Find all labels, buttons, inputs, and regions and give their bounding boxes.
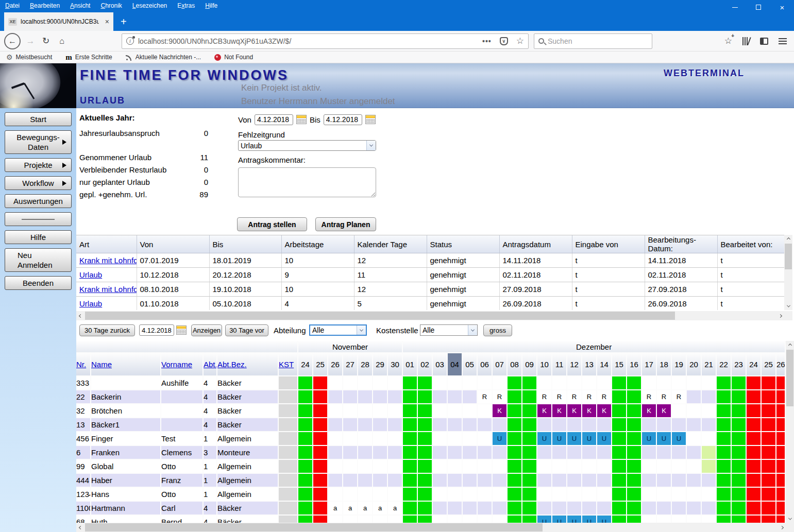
planner-cell-holiday[interactable] (313, 432, 328, 446)
planner-cell[interactable] (448, 446, 463, 460)
planner-cell-holiday[interactable] (313, 460, 328, 474)
planner-cell[interactable] (493, 502, 508, 516)
planner-cell[interactable] (448, 404, 463, 418)
planner-cell-workday-free[interactable] (418, 460, 433, 474)
planner-cell[interactable] (537, 446, 552, 460)
planner-cell[interactable] (433, 404, 448, 418)
planner-cell-holiday[interactable] (747, 404, 762, 418)
planner-cell-holiday[interactable] (747, 516, 762, 523)
sidebar-item-start[interactable]: Start (5, 112, 72, 126)
planner-cell-reise[interactable]: R (478, 390, 493, 404)
planner-cell-workday-free[interactable] (522, 446, 537, 460)
planner-cell-workday-free[interactable] (732, 376, 747, 390)
planner-cell[interactable] (493, 446, 508, 460)
planner-cell[interactable] (597, 488, 612, 502)
planner-cell-workday-free[interactable] (298, 502, 313, 516)
planner-cell-workday-free[interactable] (612, 488, 627, 502)
planner-cell-reise[interactable]: R (567, 390, 582, 404)
planner-cell[interactable] (702, 390, 717, 404)
planner-cell-urlaub[interactable]: U (657, 432, 672, 446)
planner-cell-holiday[interactable] (762, 516, 776, 523)
home-button[interactable]: ⌂ (54, 37, 70, 46)
planner-cell-holiday[interactable] (776, 418, 786, 432)
planner-cell[interactable] (702, 502, 717, 516)
planner-cell[interactable] (328, 516, 343, 523)
planner-cell-holiday[interactable] (313, 474, 328, 488)
planner-cell-urlaub[interactable]: U (582, 432, 597, 446)
planner-cell-holiday[interactable] (762, 376, 776, 390)
planner-cell[interactable] (493, 376, 508, 390)
planner-cell-krank[interactable]: K (597, 404, 612, 418)
request-link[interactable]: Urlaub (79, 270, 102, 279)
planner-cell-workday-free[interactable] (612, 390, 627, 404)
back-button[interactable]: ← (4, 33, 21, 49)
planner-cell[interactable] (328, 488, 343, 502)
planner-cell[interactable] (343, 418, 358, 432)
antrag-planen-button[interactable]: Antrag Planen (315, 217, 376, 231)
planner-cell[interactable] (672, 516, 687, 523)
sidebar-item-workflow[interactable]: Workflow (5, 176, 72, 190)
planner-cell-holiday[interactable] (776, 446, 786, 460)
planner-cell-holiday[interactable] (762, 460, 776, 474)
bookmark-aktuelle-nachrichten[interactable]: Aktuelle Nachrichten -... (126, 54, 201, 61)
planner-cell[interactable] (657, 446, 672, 460)
planner-cell[interactable] (328, 376, 343, 390)
planner-cell[interactable] (448, 460, 463, 474)
planner-cell[interactable] (672, 418, 687, 432)
planner-cell[interactable] (358, 432, 373, 446)
planner-cell-holiday[interactable] (747, 376, 762, 390)
highlights-star-icon[interactable]: ☆ (724, 36, 732, 46)
planner-cell[interactable] (328, 390, 343, 404)
planner-cell-workday-free[interactable] (403, 432, 418, 446)
planner-cell[interactable] (493, 474, 508, 488)
planner-cell-workday-free[interactable] (298, 474, 313, 488)
planner-cell-workday-free[interactable] (627, 404, 642, 418)
planner-cell-abwesend[interactable]: a (388, 502, 403, 516)
planner-cell-workday-free[interactable] (418, 474, 433, 488)
chevron-down-icon[interactable] (357, 325, 366, 335)
planner-cell-workday-free[interactable] (298, 446, 313, 460)
request-link[interactable]: Krank mit Lohnfortz (79, 256, 137, 265)
sort-link-abt-bez[interactable]: Abt.Bez. (217, 360, 247, 369)
planner-cell[interactable] (373, 460, 388, 474)
planner-cell-workday-free[interactable] (717, 460, 732, 474)
planner-cell[interactable] (433, 446, 448, 460)
back-30-days-button[interactable]: 30 Tage zurück (79, 324, 135, 336)
planner-cell-workday-free[interactable] (522, 460, 537, 474)
planner-cell[interactable] (567, 376, 582, 390)
planner-cell[interactable] (478, 432, 493, 446)
planner-cell-workday-free[interactable] (732, 474, 747, 488)
planner-cell-workday-free[interactable] (732, 488, 747, 502)
planner-cell[interactable] (642, 376, 657, 390)
planner-cell[interactable] (537, 460, 552, 474)
planner-cell-workday-free[interactable] (298, 376, 313, 390)
scroll-left-icon[interactable] (76, 312, 85, 320)
planner-date-input[interactable] (139, 324, 174, 336)
planner-cell[interactable] (552, 446, 567, 460)
planner-cell[interactable] (687, 432, 702, 446)
planner-cell-workday-free[interactable] (508, 432, 522, 446)
planner-cell-holiday[interactable] (776, 502, 786, 516)
planner-cell-workday-free[interactable] (508, 404, 522, 418)
planner-cell[interactable] (597, 418, 612, 432)
planner-cell-workday-free[interactable] (717, 390, 732, 404)
scroll-left-icon[interactable] (76, 523, 85, 531)
planner-cell-holiday[interactable] (762, 390, 776, 404)
gross-button[interactable]: gross (483, 324, 512, 336)
planner-cell[interactable] (657, 474, 672, 488)
planner-cell[interactable] (478, 376, 493, 390)
planner-cell[interactable] (702, 404, 717, 418)
planner-cell[interactable] (448, 488, 463, 502)
planner-cell[interactable] (687, 446, 702, 460)
planner-cell[interactable] (388, 390, 403, 404)
menu-hilfe[interactable]: Hilfe (205, 2, 217, 9)
planner-cell[interactable] (358, 446, 373, 460)
planner-cell-workday-free[interactable] (508, 488, 522, 502)
planner-cell-workday-free[interactable] (298, 418, 313, 432)
planner-cell-krank[interactable]: K (582, 404, 597, 418)
chevron-down-icon[interactable] (468, 325, 477, 335)
planner-cell-krank[interactable]: K (642, 404, 657, 418)
planner-cell[interactable] (642, 474, 657, 488)
planner-cell[interactable] (582, 460, 597, 474)
planner-cell[interactable] (343, 446, 358, 460)
